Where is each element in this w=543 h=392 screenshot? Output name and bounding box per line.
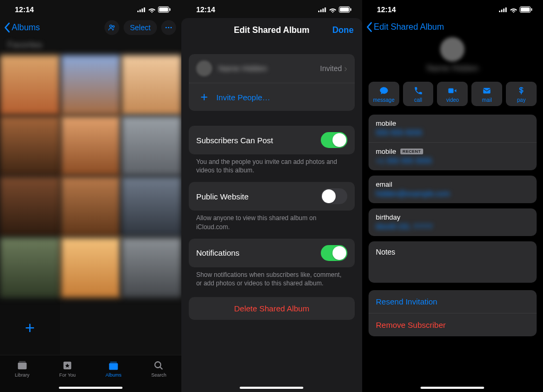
contact-name-blurred: Name Hidden (426, 64, 478, 73)
svg-point-17 (155, 362, 161, 368)
mobile-row-1[interactable]: mobile 555-555-5555 (369, 115, 537, 142)
shared-library-button[interactable] (104, 20, 119, 35)
mobile-row-2[interactable]: mobile RECENT +1 555 555 5555 (369, 142, 537, 170)
home-indicator[interactable] (421, 387, 484, 389)
email-card: email hidden@example.com (369, 176, 537, 203)
nav-bar: Albums Select (0, 17, 181, 38)
screen-albums-grid: 12:14 Albums Select Favorites + (0, 0, 181, 392)
screen-edit-shared-album: 12:14 Edit Shared Album Done Name Hidden… (181, 0, 362, 392)
subscribers-can-post-toggle[interactable] (321, 132, 347, 148)
battery-icon (158, 6, 171, 13)
plus-icon: + (196, 90, 212, 104)
subscribers-can-post-row: Subscribers Can Post (189, 126, 355, 154)
chevron-right-icon: › (344, 63, 347, 74)
photo-thumbnail[interactable] (61, 55, 121, 115)
signal-icon (499, 7, 507, 12)
svg-rect-15 (109, 363, 118, 370)
svg-rect-25 (499, 11, 501, 12)
svg-rect-0 (137, 11, 139, 12)
done-button[interactable]: Done (332, 25, 354, 35)
status-indicators (318, 6, 352, 13)
photo-thumbnail[interactable] (121, 55, 181, 115)
message-button[interactable]: message (369, 82, 399, 106)
photo-thumbnail[interactable] (0, 55, 60, 115)
status-time: 12:14 (377, 5, 396, 14)
actions-card: Resend Invitation Remove Subscriber (369, 290, 537, 336)
album-title-blurred: Favorites (0, 38, 181, 55)
signal-icon (318, 7, 327, 12)
battery-icon (520, 6, 532, 13)
delete-shared-album-button[interactable]: Delete Shared Album (189, 297, 355, 320)
add-photo-button[interactable]: + (0, 299, 60, 359)
back-button[interactable]: Edit Shared Album (365, 22, 444, 32)
field-value-blurred: Month DD, YYYY (376, 222, 529, 231)
phone-card: mobile 555-555-5555 mobile RECENT +1 555… (369, 115, 537, 170)
svg-point-8 (112, 25, 114, 27)
photo-thumbnail[interactable] (61, 116, 121, 176)
invite-people-button[interactable]: + Invite People… (189, 83, 355, 111)
setting-label: Public Website (196, 192, 321, 201)
subscriber-row[interactable]: Name Hidden Invited › (189, 54, 355, 83)
photo-thumbnail[interactable] (121, 177, 181, 237)
svg-rect-31 (531, 8, 532, 11)
svg-rect-28 (505, 7, 507, 12)
status-indicators (137, 6, 171, 13)
select-label: Select (130, 23, 151, 32)
home-indicator[interactable] (59, 387, 122, 389)
field-label: mobile (376, 119, 529, 127)
select-button[interactable]: Select (124, 20, 157, 35)
resend-invitation-button[interactable]: Resend Invitation (369, 290, 537, 313)
tab-for-you[interactable]: For You (59, 360, 76, 378)
public-website-help: Allow anyone to view this shared album o… (189, 211, 355, 231)
tab-search[interactable]: Search (151, 360, 167, 378)
svg-rect-32 (449, 89, 454, 93)
pay-button[interactable]: pay (506, 82, 537, 106)
birthday-row[interactable]: birthday Month DD, YYYY (369, 208, 537, 236)
message-icon (379, 86, 389, 95)
public-website-toggle[interactable] (321, 188, 347, 204)
notifications-toggle[interactable] (321, 245, 347, 261)
mail-button[interactable]: mail (471, 82, 502, 106)
public-website-row: Public Website (189, 182, 355, 211)
photo-thumbnail[interactable] (0, 116, 60, 176)
birthday-card: birthday Month DD, YYYY (369, 208, 537, 236)
albums-icon (107, 360, 120, 371)
photo-thumbnail[interactable] (61, 177, 121, 237)
wifi-icon (510, 7, 518, 13)
notes-label: Notes (376, 248, 396, 256)
avatar-icon (440, 37, 465, 62)
field-label: birthday (376, 213, 529, 221)
dollar-icon (516, 86, 527, 95)
field-value-blurred: hidden@example.com (376, 189, 529, 198)
email-row[interactable]: email hidden@example.com (369, 176, 537, 203)
tab-library[interactable]: Library (15, 360, 30, 378)
photo-thumbnail[interactable] (0, 238, 60, 298)
notes-card[interactable]: Notes (369, 241, 537, 283)
settings-card-3: Notifications (189, 239, 355, 267)
field-label: email (376, 180, 529, 188)
svg-rect-16 (110, 362, 117, 363)
svg-rect-5 (159, 7, 168, 12)
home-indicator[interactable] (240, 387, 303, 389)
call-button[interactable]: call (403, 82, 434, 106)
nav-actions: Select (104, 20, 176, 35)
remove-subscriber-button[interactable]: Remove Subscriber (369, 313, 537, 336)
more-button[interactable] (161, 20, 176, 35)
photo-thumbnail[interactable] (61, 238, 121, 298)
search-icon (152, 360, 165, 371)
chevron-left-icon (365, 22, 373, 32)
screen-contact-card: 12:14 Edit Shared Album Name Hidden mess… (362, 0, 543, 392)
photo-grid[interactable]: + (0, 55, 181, 358)
nav-bar: Edit Shared Album (362, 17, 543, 37)
photo-thumbnail[interactable] (0, 177, 60, 237)
settings-card-2: Public Website (189, 182, 355, 211)
subscribers-post-help: You and the people you invite can add ph… (189, 154, 355, 175)
phone-icon (413, 86, 424, 95)
back-button[interactable]: Albums (3, 22, 40, 33)
notifications-row: Notifications (189, 239, 355, 267)
photo-thumbnail[interactable] (121, 238, 181, 298)
svg-rect-23 (340, 7, 349, 12)
video-button[interactable]: video (437, 82, 468, 106)
tab-albums[interactable]: Albums (106, 360, 121, 378)
photo-thumbnail[interactable] (121, 116, 181, 176)
